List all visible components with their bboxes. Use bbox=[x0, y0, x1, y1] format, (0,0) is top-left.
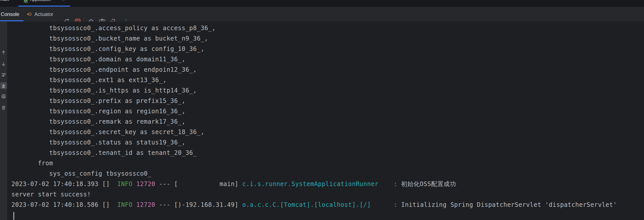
console-gutter bbox=[0, 22, 7, 220]
console-output-area[interactable]: tbsysossco0_.access_key as access_k7_36_… bbox=[7, 22, 644, 220]
tab-application[interactable]: Application ✕ bbox=[18, 0, 70, 7]
soft-wrap-icon[interactable] bbox=[0, 71, 7, 78]
print-icon[interactable] bbox=[0, 93, 7, 100]
console-line: tbsysossco0_.access_policy as access_p8_… bbox=[11, 23, 617, 33]
console-line: 2023-07-02 17:40:18.586 [] INFO 12720 --… bbox=[11, 200, 617, 210]
console-line: tbsysossco0_.config_key as config_10_36_… bbox=[11, 44, 617, 54]
console-line: from bbox=[11, 158, 617, 169]
actuator-icon bbox=[26, 11, 34, 17]
console-line: tbsysossco0_.region as region16_36_, bbox=[11, 106, 617, 117]
tab-console-label: Console bbox=[1, 11, 19, 17]
clear-all-icon[interactable] bbox=[0, 104, 7, 111]
tab-console[interactable]: Console bbox=[0, 7, 23, 22]
console-line: tbsysossco0_.bucket_name as bucket_n9_36… bbox=[11, 33, 617, 44]
console-tab-underline bbox=[0, 20, 24, 21]
console-line: tbsysossco0_.status as status19_36_, bbox=[11, 137, 617, 148]
active-tab-underline bbox=[18, 6, 70, 7]
console-output: tbsysossco0_.access_key as access_k7_36_… bbox=[11, 22, 617, 210]
tab-application-label: Application bbox=[30, 0, 51, 2]
console-line: tbsysossco0_.is_https as is_http14_36_, bbox=[11, 85, 617, 96]
tab-actuator-label: Actuator bbox=[34, 11, 53, 17]
console-line: server start success! bbox=[11, 189, 617, 200]
spring-boot-run-icon bbox=[23, 0, 28, 3]
run-tool-window: Run Application ✕ Console bbox=[0, 0, 644, 220]
run-tab-bar: Run Application ✕ bbox=[0, 0, 644, 7]
console-line: tbsysossco0_.prefix as prefix15_36_, bbox=[11, 96, 617, 106]
up-stack-trace-icon[interactable] bbox=[0, 49, 7, 56]
console-line: tbsysossco0_.endpoint as endpoin12_36_, bbox=[11, 65, 617, 75]
console-line: tbsysossco0_.domain as domain11_36_, bbox=[11, 54, 617, 65]
text-caret bbox=[13, 212, 14, 220]
tool-window-title: Run bbox=[1, 0, 9, 2]
console-toolbar: Console Actuator bbox=[0, 7, 644, 22]
console-line: tbsysossco0_.remark as remark17_36_, bbox=[11, 117, 617, 127]
down-stack-trace-icon[interactable] bbox=[0, 61, 7, 68]
console-line: sys_oss_config tbsysossco0_ bbox=[11, 169, 617, 179]
close-tab-icon[interactable]: ✕ bbox=[62, 0, 65, 2]
console-line: 2023-07-02 17:40:18.393 [] INFO 12720 --… bbox=[11, 179, 617, 189]
console-line: tbsysossco0_.ext1 as ext13_36_, bbox=[11, 75, 617, 85]
console-line: tbsysossco0_.tenant_id as tenant_20_36_ bbox=[11, 148, 617, 158]
tab-actuator[interactable]: Actuator bbox=[26, 7, 53, 22]
scroll-to-end-icon[interactable] bbox=[0, 82, 7, 89]
console-line: tbsysossco0_.secret_key as secret_18_36_… bbox=[11, 127, 617, 137]
